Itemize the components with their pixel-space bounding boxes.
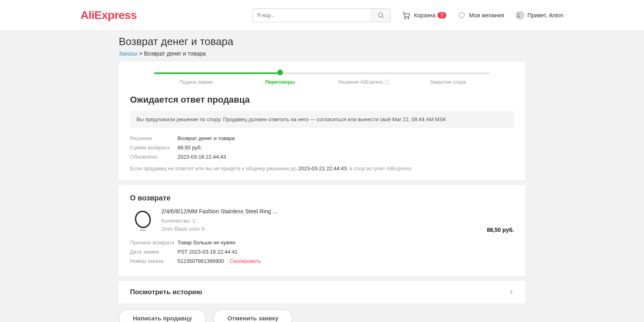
- breadcrumb-current: Возврат денег и товара: [144, 50, 206, 57]
- kv-label: Номер заказа: [130, 258, 178, 264]
- history-card[interactable]: Посмотреть историю: [119, 281, 525, 303]
- wishlist-link[interactable]: Мои желания: [458, 11, 504, 19]
- product-quantity: Количество: 1: [161, 217, 462, 225]
- ring-icon: 2mm: [133, 210, 153, 232]
- kv-value: 2023-03-16 22:44:43: [178, 154, 226, 160]
- svg-point-0: [378, 13, 383, 17]
- search-input[interactable]: [252, 8, 371, 22]
- copy-order-number[interactable]: Скопировать: [229, 258, 261, 264]
- kv-label: Дата заявки: [130, 249, 178, 255]
- kv-label: Решение: [130, 135, 178, 141]
- cart-label: Корзина: [414, 12, 435, 19]
- return-row-reason: Причина возврата Товар больше не нужен: [130, 239, 514, 246]
- deadline-note: Если продавец не ответит или вы не придё…: [130, 165, 514, 171]
- product-title[interactable]: 2/4/6/8/12/MM Fashion Stainless Steel Ri…: [161, 208, 462, 215]
- chevron-right-icon: [508, 289, 514, 295]
- kv-value: PST 2023-03-16 22:44:41: [178, 249, 237, 255]
- dispute-status-card: Подача заявки Переговоры Решение AliExpr…: [119, 62, 525, 180]
- product-variant: 2mm Black color 9: [161, 225, 462, 233]
- wishlist-label: Мои желания: [469, 12, 504, 19]
- kv-label: Причина возврата: [130, 239, 178, 246]
- cart-link[interactable]: Корзина 0: [402, 11, 446, 20]
- svg-point-2: [405, 17, 406, 19]
- progress-step-label: Переговоры: [265, 79, 295, 85]
- status-row-updated: Обновлено 2023-03-16 22:44:43: [130, 154, 514, 160]
- progress-step-aliexpress-decision: Решение AliExpressi: [322, 70, 406, 85]
- product-image[interactable]: 2mm: [130, 208, 156, 234]
- kv-value: Товар больше не нужен: [178, 239, 235, 246]
- progress-active-node: [277, 70, 283, 75]
- info-icon[interactable]: i: [384, 80, 389, 85]
- status-title: Ожидается ответ продавца: [130, 95, 514, 105]
- svg-point-3: [408, 17, 409, 19]
- status-banner: Вы предложили решение по спору. Продавец…: [130, 111, 514, 128]
- progress-step-close: Закрытие спора: [406, 70, 490, 85]
- return-row-order-number: Номер заказа 5123507961366900 Скопироват…: [130, 258, 514, 264]
- search-form: [252, 8, 390, 22]
- progress-step-submit: Подача заявки: [154, 70, 238, 85]
- cancel-request-button[interactable]: Отменить заявку: [213, 309, 293, 322]
- kv-value: Возврат денег и товара: [178, 135, 235, 141]
- greeting-text: Привет, Anton: [528, 12, 564, 19]
- logo[interactable]: AliExpress: [80, 9, 137, 22]
- cart-icon: [402, 11, 411, 20]
- breadcrumb-separator: >: [138, 50, 144, 57]
- return-row-date: Дата заявки PST 2023-03-16 22:44:41: [130, 249, 514, 255]
- progress-step-label: Подача заявки: [180, 79, 213, 85]
- search-button[interactable]: [371, 8, 390, 22]
- page-title: Возврат денег и товара: [119, 35, 525, 48]
- status-row-amount: Сумма возврата 88,50 руб.: [130, 144, 514, 151]
- kv-value: 88,50 руб.: [178, 144, 202, 151]
- progress-step-label: Решение AliExpress: [339, 79, 383, 85]
- product-price: 88,50 руб.: [487, 227, 514, 234]
- site-header: AliExpress Корзина 0 Мои желания Привет,…: [0, 0, 644, 31]
- avatar: [516, 11, 524, 20]
- order-number: 5123507961366900: [178, 258, 224, 264]
- search-icon: [377, 12, 384, 19]
- progress-tracker: Подача заявки Переговоры Решение AliExpr…: [154, 70, 490, 85]
- svg-text:2mm: 2mm: [140, 229, 146, 231]
- svg-line-1: [382, 17, 384, 18]
- breadcrumb: Заказы > Возврат денег и товара: [119, 50, 525, 57]
- progress-step-label: Закрытие спора: [430, 79, 466, 85]
- progress-step-negotiation: Переговоры: [238, 70, 322, 85]
- cart-count-badge: 0: [438, 12, 447, 19]
- action-buttons: Написать продавцу Отменить заявку: [119, 309, 525, 322]
- product-row: 2mm 2/4/6/8/12/MM Fashion Stainless Stee…: [130, 208, 514, 234]
- kv-label: Обновлено: [130, 154, 178, 160]
- return-details-card: О возврате 2mm 2/4/6/8/12/MM Fashion Sta…: [119, 185, 525, 276]
- status-row-solution: Решение Возврат денег и товара: [130, 135, 514, 141]
- history-title: Посмотреть историю: [130, 288, 202, 296]
- breadcrumb-orders-link[interactable]: Заказы: [119, 50, 138, 57]
- user-icon: [516, 12, 521, 18]
- kv-label: Сумма возврата: [130, 144, 178, 151]
- contact-seller-button[interactable]: Написать продавцу: [119, 309, 206, 322]
- heart-icon: [458, 11, 466, 19]
- account-link[interactable]: Привет, Anton: [516, 11, 564, 20]
- return-section-title: О возврате: [130, 194, 514, 202]
- deadline-timestamp: 2023-03-21 22:44:43: [298, 165, 347, 171]
- svg-point-4: [517, 13, 519, 15]
- svg-point-5: [134, 210, 152, 229]
